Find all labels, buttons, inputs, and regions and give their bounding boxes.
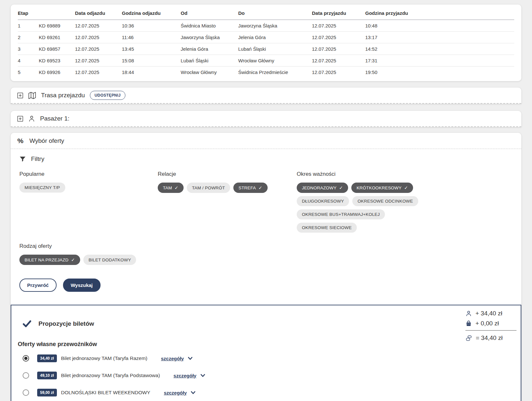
ticket-radio[interactable] [23,355,29,362]
cell-arr-date: 12.07.2025 [312,43,365,55]
details-link[interactable]: szczegóły [161,356,184,361]
cell-train: KD 69261 [39,32,75,43]
journey-table-header: Etap Data odjazdu Godzina odjazdu Od Do … [18,6,514,20]
filter-chip-label: BILET DODATKOWY [89,258,131,262]
ticket-proposals-panel: + 34,40 zł + 0,00 zł [11,305,521,401]
col-header-arr-date: Data przyjazdu [312,6,365,19]
filter-chip[interactable]: KRÓTKOOKRESOWY ✓ [351,183,413,193]
filter-chip-label: STREFA [239,185,256,190]
proposals-title: Propozycje biletów [38,320,94,327]
details-link[interactable]: szczegóły [174,373,197,378]
offer-card: % Wybór oferty Filtry Popularne MIESIĘCZ… [11,133,521,401]
cell-from: Świdnica Miasto [181,20,238,31]
price-badge: 59,00 zł [37,389,57,396]
check-icon [23,320,31,327]
filter-chip-label: TAM / POWRÓT [192,185,225,190]
filter-chip[interactable]: OKRESOWE BUS+TRAMWAJ+KOLEJ [297,209,385,219]
filters-title: Filtry [31,155,44,163]
cell-to: Świdnica Przedmieście [238,67,312,78]
cell-etap: 4 [18,55,39,66]
filter-chip-label: OKRESOWE ODCINKOWE [357,199,413,204]
table-row: 2 KD 69261 12.07.2025 11:46 Jaworzyna Śl… [18,32,514,43]
filter-chip[interactable]: MIESIĘCZNY T/P [19,183,65,193]
coins-icon [465,335,472,342]
expand-plus-icon[interactable] [17,92,23,99]
cell-arr-time: 14:52 [365,43,514,55]
price-summary: + 34,40 zł + 0,00 zł [465,310,516,344]
cell-dep-time: 13:45 [122,43,181,55]
table-row: 1 KD 69889 12.07.2025 10:36 Świdnica Mia… [18,20,514,32]
filter-group-label: Relacje [158,171,297,177]
cell-from: Jaworzyna Śląska [181,32,238,43]
filter-chip[interactable]: TAM / POWRÓT [187,183,230,193]
cell-train: KD 69889 [39,20,75,31]
cell-arr-date: 12.07.2025 [312,32,365,43]
filter-group-label: Okres ważności [297,171,515,177]
col-header-dep-time: Godzina odjazdu [122,6,181,19]
passenger-section-bar: Pasażer 1: [11,111,521,127]
price-badge: 34,40 zł [37,354,57,362]
filter-chip[interactable]: BILET NA PRZEJAZD ✓ [19,255,80,265]
filter-chip-label: JEDNORAZOWY [302,185,336,190]
cell-dep-time: 18:44 [122,67,181,78]
filter-chip-label: OKRESOWE BUS+TRAMWAJ+KOLEJ [302,212,380,217]
cell-etap: 2 [18,32,39,43]
cell-dep-date: 12.07.2025 [75,55,122,66]
carrier-offers-title: Oferty własne przewoźników [18,341,521,348]
chip-check-icon: ✓ [71,257,75,262]
col-header-train [39,9,75,17]
cell-etap: 1 [18,20,39,31]
ticket-option-row: 59,00 zł DOLNOŚLĄSKI BILET WEEKENDOWY sz… [23,388,521,397]
cell-from: Lubań Śląski [181,55,238,66]
chip-check-icon: ✓ [259,185,262,190]
cell-dep-date: 12.07.2025 [75,32,122,43]
bag-icon [465,320,472,327]
col-header-arr-time: Godzina przyjazdu [365,6,514,19]
cell-train: KD 69523 [39,55,75,66]
cell-from: Wrocław Główny [181,67,238,78]
filter-chip[interactable]: OKRESOWE SIECIOWE [297,223,357,233]
filter-chip[interactable]: BILET DODATKOWY [83,255,136,265]
filter-chip-label: BILET NA PRZEJAZD [25,258,69,262]
cell-arr-time: 17:31 [365,55,514,66]
chip-check-icon: ✓ [175,185,178,190]
cell-dep-time: 11:46 [122,32,181,43]
table-row: 5 KD 69926 12.07.2025 18:44 Wrocław Głów… [18,67,514,78]
filter-chip-label: DŁUGOOKRESOWY [302,199,344,204]
filter-chip[interactable]: DŁUGOOKRESOWY [297,196,349,206]
cell-arr-date: 12.07.2025 [312,55,365,66]
filter-chip[interactable]: JEDNORAZOWY ✓ [297,183,348,193]
filter-chip[interactable]: STREFA ✓ [233,183,268,193]
search-button[interactable]: Wyszukaj [63,279,101,292]
filter-group-label: Rodzaj oferty [19,243,515,249]
filter-chip-label: OKRESOWE SIECIOWE [302,225,352,230]
ticket-name: Bilet jednorazowy TAM (Taryfa Podstawowa… [61,373,160,378]
person-icon [28,115,35,122]
details-link[interactable]: szczegóły [164,390,187,396]
col-header-to: Do [238,6,312,19]
passenger-price-row: + 34,40 zł [465,310,516,317]
filter-group: Okres ważności JEDNORAZOWY ✓ KRÓTKOOKRES… [297,171,515,233]
page: Etap Data odjazdu Godzina odjazdu Od Do … [0,0,532,401]
share-button[interactable]: UDOSTĘPNIJ [90,91,126,100]
cell-to: Wrocław Główny [238,55,312,66]
ticket-name: DOLNOŚLĄSKI BILET WEEKENDOWY [61,390,150,396]
filter-chip[interactable]: OKRESOWE ODCINKOWE [352,196,418,206]
reset-button[interactable]: Przywróć [19,279,57,292]
ticket-radio[interactable] [23,372,29,379]
cell-arr-time: 19:50 [365,67,514,78]
ticket-radio[interactable] [23,389,29,396]
cell-arr-time: 13:17 [365,32,514,43]
offer-type-chips: BILET NA PRZEJAZD ✓ BILET DODATKOWY [19,255,515,265]
chevron-down-icon[interactable] [200,374,205,377]
cell-etap: 5 [18,67,39,78]
filters-title-row: Filtry [19,155,515,163]
journey-table-card: Etap Data odjazdu Godzina odjazdu Od Do … [11,5,521,81]
cell-dep-time: 10:36 [122,20,181,31]
cell-train: KD 69926 [39,67,75,78]
expand-plus-icon[interactable] [17,116,23,122]
chevron-down-icon[interactable] [191,391,196,395]
chevron-down-icon[interactable] [188,357,193,360]
filter-chip[interactable]: TAM ✓ [158,183,184,193]
table-row: 3 KD 69857 12.07.2025 13:45 Jelenia Góra… [18,43,514,55]
